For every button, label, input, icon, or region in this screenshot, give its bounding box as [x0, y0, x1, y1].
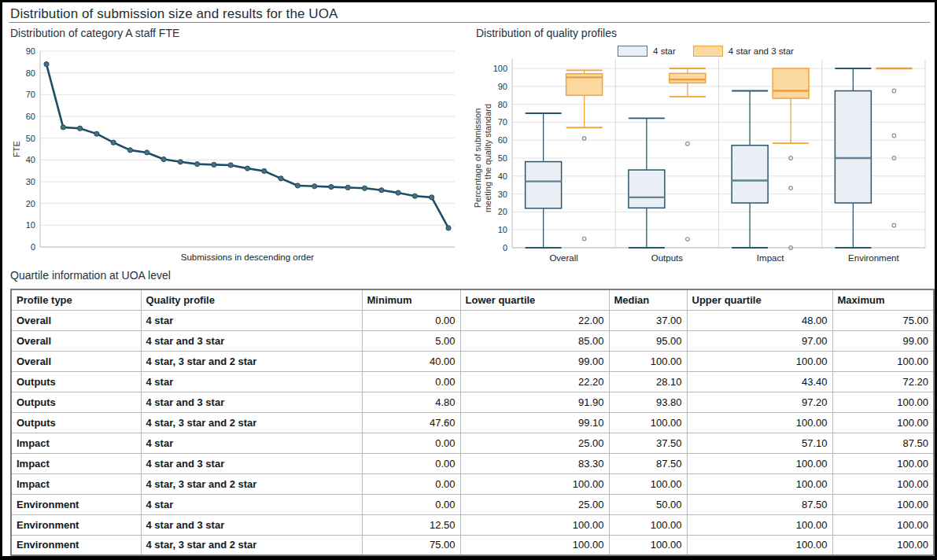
cell-upper-quartile: 100.00 — [687, 473, 832, 494]
cell-quality-profile: 4 star and 3 star — [141, 330, 362, 351]
cell-lower-quartile: 91.90 — [460, 392, 609, 412]
cell-profile-type: Overall — [11, 310, 141, 330]
svg-text:80: 80 — [498, 100, 507, 109]
svg-text:100: 100 — [493, 64, 507, 73]
cell-maximum: 75.00 — [832, 310, 934, 330]
svg-text:30: 30 — [498, 190, 507, 199]
table-row: Impact4 star and 3 star0.0083.3087.50100… — [11, 453, 934, 473]
cell-profile-type: Outputs — [11, 412, 141, 433]
cell-minimum: 0.00 — [362, 310, 460, 330]
cell-profile-type: Overall — [11, 351, 141, 371]
cell-upper-quartile: 97.20 — [687, 392, 832, 412]
cell-maximum: 72.20 — [832, 371, 934, 392]
svg-text:20: 20 — [498, 207, 507, 216]
box-category-label: Impact — [757, 253, 784, 263]
cell-profile-type: Environment — [11, 514, 141, 535]
cell-minimum: 4.80 — [362, 392, 460, 412]
svg-text:50: 50 — [26, 134, 35, 143]
cell-median: 37.50 — [609, 433, 687, 453]
cell-maximum: 100.00 — [832, 392, 934, 412]
cell-lower-quartile: 22.20 — [460, 371, 609, 392]
cell-maximum: 100.00 — [832, 473, 934, 494]
cell-lower-quartile: 25.00 — [460, 433, 609, 453]
cell-median: 50.00 — [609, 494, 687, 514]
cell-minimum: 5.00 — [362, 330, 460, 351]
svg-text:0: 0 — [503, 243, 507, 252]
cell-lower-quartile: 85.00 — [460, 330, 609, 351]
box-category-label: Environment — [848, 253, 899, 263]
svg-text:60: 60 — [26, 112, 35, 121]
svg-text:10: 10 — [498, 225, 507, 234]
page-title: Distribution of submission size and resu… — [10, 6, 338, 22]
cell-median: 93.80 — [609, 392, 687, 412]
title-divider — [9, 22, 930, 23]
cell-median: 100.00 — [609, 473, 687, 494]
cell-quality-profile: 4 star, 3 star and 2 star — [141, 535, 362, 555]
cell-maximum: 100.00 — [832, 412, 934, 433]
cell-minimum: 0.00 — [362, 453, 460, 473]
cell-quality-profile: 4 star, 3 star and 2 star — [141, 351, 362, 371]
table-row: Impact4 star, 3 star and 2 star0.00100.0… — [11, 473, 934, 494]
cell-minimum: 75.00 — [362, 535, 460, 555]
quartile-section-title: Quartile information at UOA level — [10, 269, 171, 282]
svg-text:Percentage of submission: Percentage of submission — [474, 109, 482, 208]
svg-text:90: 90 — [26, 46, 35, 56]
svg-text:40: 40 — [498, 171, 507, 181]
cell-quality-profile: 4 star — [141, 433, 362, 453]
cell-upper-quartile: 87.50 — [687, 494, 832, 514]
svg-text:60: 60 — [498, 135, 507, 145]
cell-profile-type: Outputs — [11, 392, 141, 412]
svg-text:10: 10 — [26, 220, 35, 230]
cell-minimum: 0.00 — [362, 433, 460, 453]
fte-x-axis-label: Submissions in descending order — [181, 252, 315, 262]
svg-text:90: 90 — [498, 82, 507, 91]
cell-minimum: 0.00 — [362, 494, 460, 514]
svg-text:70: 70 — [498, 117, 507, 127]
table-row: Environment4 star0.0025.0050.0087.50100.… — [11, 494, 934, 514]
cell-minimum: 12.50 — [362, 514, 460, 535]
box-category-label: Overall — [549, 253, 577, 263]
cell-lower-quartile: 100.00 — [460, 473, 609, 494]
column-header: Profile type — [11, 289, 141, 310]
box-category-label: Outputs — [651, 253, 684, 263]
svg-text:80: 80 — [26, 68, 35, 78]
fte-chart-title: Distribution of category A staff FTE — [10, 27, 179, 39]
svg-text:meeting the quality standard: meeting the quality standard — [483, 104, 492, 212]
cell-lower-quartile: 100.00 — [460, 535, 609, 555]
column-header: Minimum — [362, 289, 460, 310]
cell-maximum: 100.00 — [832, 494, 934, 514]
cell-upper-quartile: 57.10 — [687, 433, 832, 453]
quality-chart-title: Distribution of quality profiles — [476, 27, 617, 39]
fte-gridlines — [40, 51, 455, 247]
cell-profile-type: Environment — [11, 535, 141, 555]
cell-minimum: 47.60 — [362, 412, 460, 433]
cell-minimum: 40.00 — [362, 351, 460, 371]
quartile-table: Profile typeQuality profileMinimumLower … — [10, 289, 935, 556]
cell-quality-profile: 4 star and 3 star — [141, 514, 362, 535]
report-page: Distribution of submission size and resu… — [0, 0, 937, 560]
cell-median: 100.00 — [609, 351, 687, 371]
column-header: Maximum — [832, 289, 934, 310]
table-row: Environment4 star and 3 star12.50100.001… — [11, 514, 934, 535]
column-header: Quality profile — [141, 289, 362, 310]
fte-y-axis-label: FTE — [12, 141, 21, 157]
cell-profile-type: Impact — [11, 473, 141, 494]
cell-upper-quartile: 48.00 — [687, 310, 832, 330]
cell-maximum: 99.00 — [832, 330, 934, 351]
cell-profile-type: Impact — [11, 433, 141, 453]
svg-text:70: 70 — [26, 90, 35, 99]
cell-lower-quartile: 99.10 — [460, 412, 609, 433]
cell-median: 100.00 — [609, 514, 687, 535]
column-header: Median — [609, 289, 687, 310]
quartile-table-body: Overall4 star0.0022.0037.0048.0075.00Ove… — [11, 310, 934, 555]
cell-maximum: 87.50 — [832, 433, 934, 453]
cell-quality-profile: 4 star, 3 star and 2 star — [141, 412, 362, 433]
column-header: Lower quartile — [460, 289, 609, 310]
table-row: Impact4 star0.0025.0037.5057.1087.50 — [11, 433, 934, 453]
cell-minimum: 0.00 — [362, 371, 460, 392]
cell-upper-quartile: 100.00 — [687, 351, 832, 371]
cell-lower-quartile: 25.00 — [460, 494, 609, 514]
svg-text:30: 30 — [26, 177, 35, 186]
cell-lower-quartile: 99.00 — [460, 351, 609, 371]
cell-lower-quartile: 22.00 — [460, 310, 609, 330]
